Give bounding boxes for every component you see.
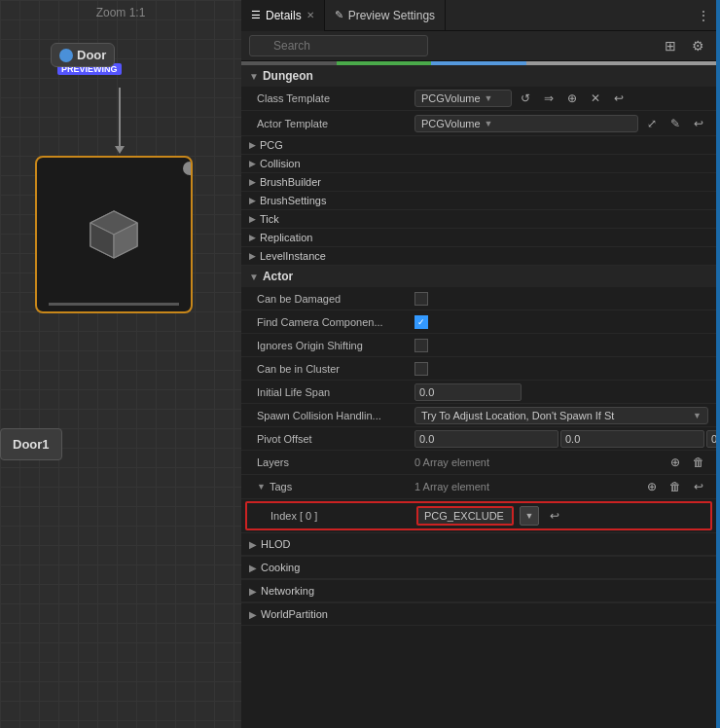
hlod-arrow: ▶ [249, 539, 257, 550]
replication-arrow: ▶ [249, 233, 256, 242]
tags-label: ▼ Tags [249, 481, 414, 492]
spawn-collision-dropdown[interactable]: Try To Adjust Location, Don't Spawn If S… [414, 407, 708, 424]
tabs-bar: ☰ Details ✕ ✎ Preview Settings ⋮ [241, 0, 716, 31]
actor-template-edit-btn[interactable]: ✎ [666, 114, 685, 133]
layers-add-btn[interactable]: ⊕ [666, 453, 685, 472]
toolbar: 🔍 ⊞ ⚙ [241, 31, 716, 61]
sub-section-brushsettings[interactable]: ▶ BrushSettings [241, 192, 716, 210]
layers-clear-btn[interactable]: 🗑 [689, 453, 708, 472]
index-undo-btn[interactable]: ↩ [545, 506, 564, 526]
can-be-cluster-checkbox[interactable] [414, 362, 428, 376]
brushbuilder-arrow: ▶ [249, 177, 256, 187]
class-template-dropdown[interactable]: PCGVolume ▼ [414, 90, 512, 107]
cube-node[interactable] [35, 156, 193, 313]
layers-count: 0 Array element [414, 456, 662, 468]
dungeon-arrow: ▼ [249, 71, 259, 82]
index-input[interactable] [416, 506, 514, 526]
spawn-collision-dropdown-text: Try To Adjust Location, Don't Spawn If S… [421, 410, 614, 421]
class-template-reset-btn[interactable]: ↺ [516, 89, 535, 108]
sub-section-pcg[interactable]: ▶ PCG [241, 136, 716, 155]
hlod-section[interactable]: ▶ HLOD [241, 532, 716, 556]
tab-preview-label: Preview Settings [348, 9, 435, 22]
tags-arrow: ▼ [257, 482, 266, 491]
actor-section-header[interactable]: ▼ Actor [241, 266, 716, 287]
sub-section-collision[interactable]: ▶ Collision [241, 155, 716, 173]
can-be-cluster-row: Can be in Cluster [241, 357, 716, 381]
spawn-collision-label: Spawn Collision Handlin... [249, 410, 414, 421]
tags-value: 1 Array element ⊕ 🗑 ↩ [414, 477, 708, 496]
door-node-label: Door [77, 48, 106, 62]
ignores-origin-checkbox[interactable] [414, 339, 428, 352]
tab-details-close[interactable]: ✕ [306, 10, 314, 20]
tags-index-container: Index [ 0 ] ▼ ↩ [245, 501, 712, 530]
layers-value: 0 Array element ⊕ 🗑 [414, 453, 708, 472]
layers-label: Layers [249, 456, 414, 468]
tab-preview[interactable]: ✎ Preview Settings [325, 0, 446, 31]
dungeon-section-content: Class Template PCGVolume ▼ ↺ ⇒ ⊕ ✕ ↩ Act… [241, 87, 716, 266]
worldpartition-label: WorldPartition [261, 608, 328, 620]
door1-node[interactable]: Door1 [0, 428, 62, 460]
actor-label: Actor [263, 270, 293, 283]
pivot-offset-value [414, 430, 716, 448]
spawn-collision-row: Spawn Collision Handlin... Try To Adjust… [241, 404, 716, 427]
door1-label: Door1 [13, 437, 50, 452]
door-node[interactable]: Door [51, 43, 115, 67]
tags-undo-btn[interactable]: ↩ [689, 477, 708, 496]
index-label: Index [ 0 ] [255, 510, 411, 522]
can-be-damaged-value [414, 292, 708, 306]
collision-arrow: ▶ [249, 159, 256, 168]
worldpartition-section[interactable]: ▶ WorldPartition [241, 602, 716, 626]
sub-section-levelinstance[interactable]: ▶ LevelInstance [241, 247, 716, 266]
cooking-label: Cooking [261, 562, 300, 573]
tags-add-btn[interactable]: ⊕ [642, 477, 662, 496]
ignores-origin-label: Ignores Origin Shifting [249, 340, 414, 351]
networking-label: Networking [261, 585, 314, 597]
brushsettings-arrow: ▶ [249, 196, 256, 205]
pivot-z-input[interactable] [706, 430, 716, 448]
replication-label: Replication [260, 232, 312, 243]
actor-template-value: PCGVolume ▼ ⤢ ✎ ↩ [414, 114, 708, 133]
grid-view-btn[interactable]: ⊞ [660, 35, 681, 56]
initial-life-span-label: Initial Life Span [249, 386, 414, 398]
zoom-label: Zoom 1:1 [96, 6, 146, 19]
brushsettings-label: BrushSettings [260, 195, 326, 206]
search-wrapper: 🔍 [249, 35, 654, 56]
pivot-x-input[interactable] [414, 430, 558, 448]
search-input[interactable] [249, 35, 428, 56]
top-right-btn[interactable]: ⋮ [693, 5, 714, 26]
actor-template-undo-btn[interactable]: ↩ [689, 114, 708, 133]
dungeon-section-header[interactable]: ▼ Dungeon [241, 65, 716, 87]
actor-template-expand-btn[interactable]: ⤢ [642, 114, 662, 133]
initial-life-span-input[interactable] [414, 383, 522, 401]
settings-btn[interactable]: ⚙ [687, 35, 708, 56]
can-be-damaged-row: Can be Damaged [241, 287, 716, 310]
class-template-undo-btn[interactable]: ↩ [609, 89, 629, 108]
actor-template-dropdown-arrow: ▼ [485, 119, 493, 128]
tab-details[interactable]: ☰ Details ✕ [241, 0, 325, 31]
class-template-use-btn[interactable]: ⊕ [562, 89, 582, 108]
class-template-value: PCGVolume ▼ ↺ ⇒ ⊕ ✕ ↩ [414, 89, 708, 108]
pivot-y-input[interactable] [560, 430, 704, 448]
can-be-damaged-checkbox[interactable] [414, 292, 428, 306]
cooking-section[interactable]: ▶ Cooking [241, 556, 716, 579]
actor-section-content: Can be Damaged Find Camera Componen... I… [241, 287, 716, 530]
class-template-row: Class Template PCGVolume ▼ ↺ ⇒ ⊕ ✕ ↩ [241, 87, 716, 111]
cube-bar [49, 303, 179, 306]
sub-section-tick[interactable]: ▶ Tick [241, 210, 716, 229]
initial-life-span-row: Initial Life Span [241, 381, 716, 404]
class-template-clear-btn[interactable]: ✕ [586, 89, 605, 108]
index-dropdown-btn[interactable]: ▼ [520, 506, 539, 526]
can-be-damaged-label: Can be Damaged [249, 293, 414, 305]
sub-section-brushbuilder[interactable]: ▶ BrushBuilder [241, 173, 716, 192]
find-camera-checkbox[interactable] [414, 315, 428, 329]
tags-clear-btn[interactable]: 🗑 [666, 477, 685, 496]
left-panel: Zoom 1:1 Door PREVIEWING Door1 [0, 0, 241, 728]
actor-template-dropdown[interactable]: PCGVolume ▼ [414, 115, 638, 132]
networking-section[interactable]: ▶ Networking [241, 579, 716, 602]
class-template-browse-btn[interactable]: ⇒ [539, 89, 558, 108]
sub-section-replication[interactable]: ▶ Replication [241, 229, 716, 247]
hlod-label: HLOD [261, 538, 291, 550]
tags-count: 1 Array element [414, 481, 638, 492]
tags-index-row: Index [ 0 ] ▼ ↩ [247, 503, 710, 528]
actor-arrow: ▼ [249, 272, 259, 282]
